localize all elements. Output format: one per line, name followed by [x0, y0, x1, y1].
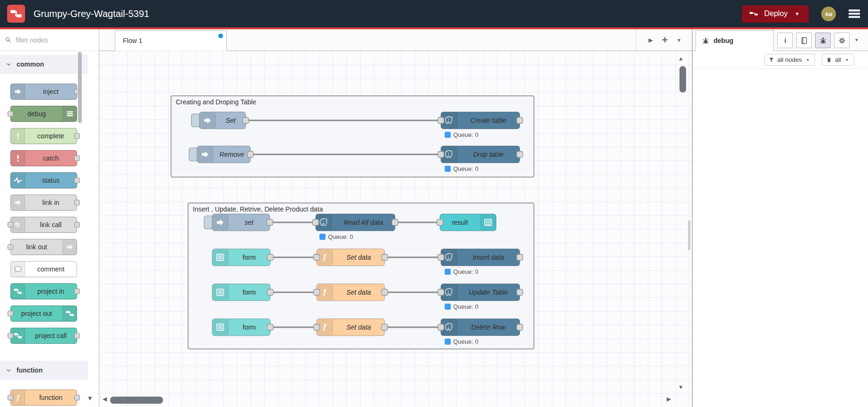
add-flow-button[interactable]: + [658, 33, 672, 47]
palette-category-header-function[interactable]: function [0, 361, 88, 380]
node-output-port[interactable] [392, 220, 398, 226]
main-menu-button[interactable] [847, 7, 861, 21]
flow-node-set-data-3[interactable]: ƒSet data [314, 319, 388, 336]
canvas-scroll-up-icon[interactable]: ▲ [678, 56, 684, 61]
hamburger-icon [847, 7, 861, 21]
node-output-port [74, 222, 80, 228]
palette-node-catch[interactable]: catch [10, 150, 77, 166]
sidebar-tool-info[interactable]: i [777, 33, 793, 48]
node-output-port[interactable] [267, 254, 274, 261]
node-input-port[interactable] [314, 254, 320, 261]
flow-node-inject-set2[interactable]: set [204, 214, 273, 231]
user-avatar[interactable]: su [821, 7, 836, 21]
node-input-port[interactable] [438, 254, 444, 261]
node-output-port[interactable] [243, 118, 249, 124]
palette-node-link-in[interactable]: link in [10, 195, 77, 211]
node-output-port[interactable] [267, 289, 274, 296]
inject-button[interactable] [204, 216, 213, 229]
palette-node-debug[interactable]: debug [10, 106, 77, 122]
search-input[interactable] [15, 36, 76, 44]
node-output-port[interactable] [382, 324, 388, 331]
node-input-port[interactable] [314, 324, 320, 331]
flow-node-inject-set[interactable]: Set [191, 112, 249, 129]
sidebar-overflow-button[interactable]: ▾ [855, 37, 858, 43]
svg-text:ƒ: ƒ [16, 394, 19, 401]
node-output-port[interactable] [517, 152, 523, 158]
node-output-port[interactable] [382, 254, 388, 261]
flow-node-set-data-2[interactable]: ƒSet data [314, 284, 388, 301]
tab-debug[interactable]: debug [696, 30, 774, 51]
palette-scrollbar-thumb[interactable] [78, 52, 82, 123]
node-output-port[interactable] [517, 324, 523, 331]
node-output-port[interactable] [517, 289, 523, 296]
node-input-port[interactable] [438, 152, 444, 158]
palette-node-label: link out [11, 239, 62, 254]
node-output-port[interactable] [248, 152, 254, 158]
palette-node-link-out[interactable]: link out [10, 239, 77, 255]
inject-button[interactable] [191, 114, 200, 127]
palette-node-label: comment [25, 262, 77, 277]
palette-node-status[interactable]: status [10, 172, 77, 188]
flow-list-button[interactable]: ▾ [672, 33, 686, 47]
node-input-port [8, 311, 13, 316]
chevron-down-icon [6, 61, 12, 68]
palette-node-link-call[interactable]: link call [10, 217, 77, 233]
palette-scroll-down-icon[interactable]: ▼ [87, 395, 93, 402]
info-icon: i [781, 36, 790, 45]
function-icon: ƒ [323, 323, 327, 331]
sidebar-tool-book[interactable] [796, 33, 812, 48]
page-title: Grumpy-Grey-Wagtail-5391 [34, 8, 149, 19]
node-input-port[interactable] [438, 289, 444, 296]
flow-node-result[interactable]: result [437, 214, 497, 231]
book-icon [800, 36, 808, 45]
node-input-port [8, 244, 13, 250]
flow-node-form-3[interactable]: form [212, 319, 274, 336]
sidebar-tool-bug[interactable] [815, 33, 831, 48]
node-input-port[interactable] [438, 324, 444, 331]
flow-node-form-2[interactable]: form [212, 284, 274, 301]
flow-group-creating-and-droping-table[interactable]: Creating and Droping Table [171, 96, 534, 177]
node-output-port[interactable] [267, 220, 273, 226]
palette-category-function: functionƒfunction [0, 361, 88, 407]
palette-node-inject[interactable]: inject [10, 84, 77, 100]
node-input-port [8, 222, 13, 228]
sidebar-divider-grip[interactable] [688, 220, 690, 250]
palette-category-label: common [17, 60, 44, 68]
palette-category-header-common[interactable]: common [0, 55, 88, 74]
deploy-caret[interactable]: ▾ [792, 9, 802, 18]
flow-node-set-data-1[interactable]: ƒSet data [314, 249, 388, 266]
node-input-port[interactable] [437, 220, 443, 226]
node-label: form [243, 323, 256, 331]
debug-filter-button[interactable]: all nodes ▾ [764, 54, 815, 66]
canvas-scroll-right-icon[interactable]: ▶ [667, 396, 671, 402]
node-input-port[interactable] [314, 289, 320, 296]
function-icon: ƒ [323, 253, 327, 261]
palette-node-complete[interactable]: complete [10, 128, 77, 144]
node-output-port[interactable] [382, 289, 388, 296]
canvas-vscroll-thumb[interactable] [679, 66, 686, 93]
canvas-hscroll-thumb[interactable] [110, 397, 163, 404]
flow-canvas[interactable]: Creating and Droping TableInsert , Updat… [100, 51, 692, 407]
flow-node-inject-remove[interactable]: Remove [189, 146, 254, 163]
tab-flow-1[interactable]: Flow 1 [115, 30, 227, 51]
node-input-port[interactable] [438, 118, 444, 124]
node-output-port[interactable] [517, 118, 523, 124]
canvas-scroll-left-icon[interactable]: ◀ [103, 396, 107, 402]
palette-node-function[interactable]: ƒfunction [10, 390, 77, 406]
next-tab-button[interactable]: ▶ [644, 33, 658, 47]
palette-node-project-out[interactable]: project out [10, 305, 77, 322]
flow-node-form-1[interactable]: form [212, 249, 274, 266]
deploy-button[interactable]: Deploy ▾ [742, 5, 809, 23]
node-output-port[interactable] [267, 324, 274, 331]
palette-node-comment[interactable]: comment [10, 261, 77, 277]
palette-node-project-in[interactable]: project in [10, 283, 77, 299]
debug-clear-button[interactable]: all ▾ [822, 54, 854, 66]
palette-node-project-call[interactable]: project call [10, 328, 77, 344]
flow-tabbar: Flow 1 ▶ + ▾ [100, 29, 692, 51]
sidebar-tool-gear[interactable] [834, 33, 850, 48]
inject-button[interactable] [189, 148, 198, 161]
canvas-scroll-down-icon[interactable]: ▼ [678, 384, 684, 390]
group-title: Creating and Droping Table [176, 98, 256, 106]
node-output-port[interactable] [517, 254, 523, 261]
node-input-port[interactable] [313, 220, 319, 226]
